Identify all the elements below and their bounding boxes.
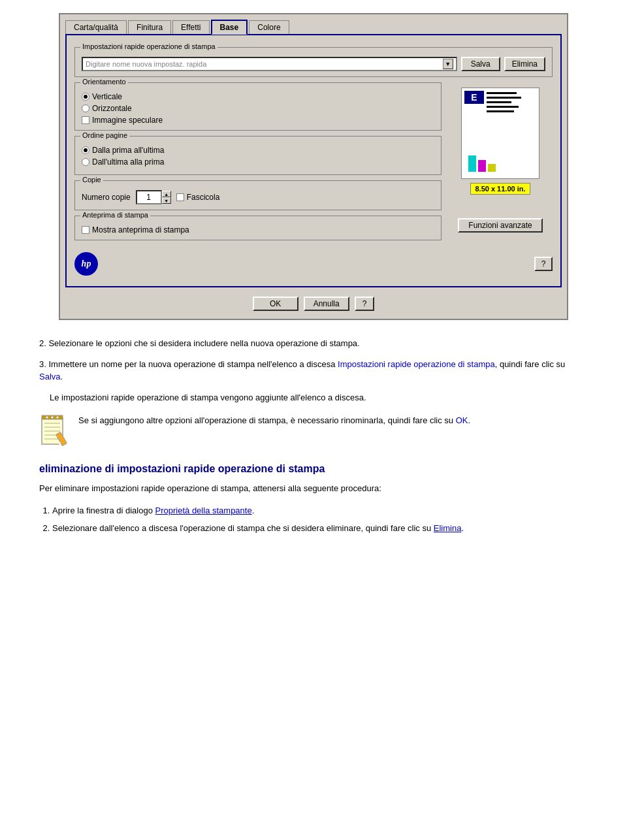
salva-button[interactable]: Salva bbox=[461, 57, 500, 71]
note-icon bbox=[39, 414, 71, 448]
preview-lines bbox=[487, 92, 536, 115]
content-area: 2. Selezionare le opzioni che si desider… bbox=[0, 327, 627, 551]
dialog-panel: Impostazioni rapide operazione di stampa… bbox=[65, 34, 562, 287]
tab-bar: Carta/qualità Finitura Effetti Base Colo… bbox=[65, 20, 562, 34]
step3-content: 3. Immettere un nome per la nuova operaz… bbox=[39, 359, 565, 382]
tab-finitura[interactable]: Finitura bbox=[128, 20, 171, 34]
impostazioni-dropdown[interactable]: Digitare nome nuova impostaz. rapida ▼ bbox=[82, 57, 457, 71]
step3-link: Impostazioni rapide operazione di stampa bbox=[338, 359, 495, 369]
step3-salva-link: Salva bbox=[39, 372, 61, 381]
note-box: Se si aggiungono altre opzioni all'opera… bbox=[39, 414, 588, 448]
radio-prima-ultima-label: Dalla prima all'ultima bbox=[92, 146, 164, 155]
radio-verticale-label: Verticale bbox=[92, 92, 122, 101]
note-text: Se si aggiungono altre opzioni all'opera… bbox=[78, 414, 470, 427]
note-ok-link: OK bbox=[456, 415, 468, 425]
help-button-ok-bar[interactable]: ? bbox=[355, 297, 375, 311]
radio-verticale-row: Verticale bbox=[82, 92, 434, 101]
proprieta-link[interactable]: Proprietà della stampante bbox=[155, 506, 252, 515]
numero-copie-label: Numero copie bbox=[82, 193, 131, 202]
ok-button[interactable]: OK bbox=[253, 297, 298, 311]
group-copie: Copie Numero copie 1 ▲ ▼ bbox=[74, 180, 442, 210]
bar-magenta bbox=[478, 160, 486, 172]
radio-prima-ultima[interactable] bbox=[82, 146, 89, 154]
hp-logo: hp bbox=[74, 252, 98, 276]
bar-cyan bbox=[468, 155, 476, 172]
spin-buttons: ▲ ▼ bbox=[162, 191, 171, 204]
preview-e-icon: E bbox=[464, 91, 484, 104]
radio-prima-ultima-row: Dalla prima all'ultima bbox=[82, 146, 434, 155]
ok-bar: OK Annulla ? bbox=[65, 293, 562, 314]
checkbox-fascicola[interactable] bbox=[176, 193, 184, 201]
list-item-2-text: Selezionare dall'elenco a discesa l'oper… bbox=[52, 523, 464, 533]
size-label: 8.50 x 11.00 in. bbox=[470, 183, 530, 195]
checkbox-anteprima[interactable] bbox=[82, 226, 89, 234]
group-impostazioni-label: Impostazioni rapide operazione di stampa bbox=[80, 42, 217, 50]
group-anteprima-label: Anteprima di stampa bbox=[80, 211, 150, 219]
tab-effetti[interactable]: Effetti bbox=[172, 20, 209, 34]
dropdown-arrow-icon[interactable]: ▼ bbox=[443, 59, 453, 69]
group-anteprima: Anteprima di stampa Mostra anteprima di … bbox=[74, 216, 442, 240]
dialog-screenshot-area: Carta/qualità Finitura Effetti Base Colo… bbox=[0, 0, 627, 327]
step3-text: 3. Immettere un nome per la nuova operaz… bbox=[39, 358, 588, 383]
annulla-button[interactable]: Annulla bbox=[304, 297, 349, 311]
preview-bars bbox=[468, 155, 496, 172]
radio-ultima-prima[interactable] bbox=[82, 158, 89, 166]
step2-content: 2. Selezionare le opzioni che si desider… bbox=[39, 338, 360, 348]
checkbox-fascicola-label: Fascicola bbox=[187, 193, 220, 202]
radio-ultima-prima-row: Dall'ultima alla prima bbox=[82, 157, 434, 167]
section-heading: eliminazione di impostazioni rapide oper… bbox=[39, 461, 588, 477]
checkbox-speculare[interactable] bbox=[82, 116, 89, 124]
group-ordine-pagine: Ordine pagine Dalla prima all'ultima Dal… bbox=[74, 136, 442, 175]
group-impostazioni: Impostazioni rapide operazione di stampa… bbox=[74, 47, 553, 77]
copies-input[interactable]: 1 bbox=[136, 190, 162, 204]
list-item-1: Aprire la finestra di dialogo Proprietà … bbox=[52, 503, 588, 518]
checkbox-speculare-label: Immagine speculare bbox=[92, 116, 163, 125]
tab-base[interactable]: Base bbox=[211, 20, 248, 35]
radio-orizzontale-row: Orizzontale bbox=[82, 104, 434, 113]
radio-verticale[interactable] bbox=[82, 93, 89, 101]
checkbox-fascicola-row: Fascicola bbox=[176, 193, 220, 202]
notepad-icon-svg bbox=[39, 414, 71, 448]
radio-orizzontale-label: Orizzontale bbox=[92, 104, 132, 113]
checkbox-anteprima-row: Mostra anteprima di stampa bbox=[82, 225, 434, 234]
section-body: Per eliminare impostazioni rapide operaz… bbox=[39, 482, 588, 495]
svg-point-11 bbox=[56, 416, 59, 419]
bar-yellow bbox=[488, 164, 496, 172]
copies-spinner: 1 ▲ ▼ bbox=[136, 190, 171, 204]
elimina-link[interactable]: Elimina bbox=[434, 523, 462, 533]
page-preview: E bbox=[461, 88, 539, 179]
tab-colore[interactable]: Colore bbox=[249, 20, 289, 34]
step3-detail: Le impostazioni rapide operazione di sta… bbox=[50, 391, 588, 404]
list-item-1-text: Aprire la finestra di dialogo Proprietà … bbox=[52, 506, 254, 515]
dropdown-placeholder: Digitare nome nuova impostaz. rapida bbox=[86, 60, 206, 68]
tab-carta-qualita[interactable]: Carta/qualità bbox=[65, 20, 127, 34]
dialog-box: Carta/qualità Finitura Effetti Base Colo… bbox=[59, 13, 568, 320]
group-orientamento: Orientamento Verticale Orizzontale bbox=[74, 82, 442, 131]
funzioni-avanzate-button[interactable]: Funzioni avanzate bbox=[458, 218, 543, 233]
radio-ultima-prima-label: Dall'ultima alla prima bbox=[92, 157, 164, 167]
checkbox-speculare-row: Immagine speculare bbox=[82, 116, 434, 125]
group-copie-label: Copie bbox=[80, 176, 103, 184]
elimina-button[interactable]: Elimina bbox=[504, 57, 545, 71]
checkbox-anteprima-label: Mostra anteprima di stampa bbox=[92, 225, 189, 234]
bottom-bar: hp ? bbox=[74, 250, 553, 278]
group-ordine-label: Ordine pagine bbox=[80, 131, 129, 139]
radio-orizzontale[interactable] bbox=[82, 105, 89, 112]
ordered-list: Aprire la finestra di dialogo Proprietà … bbox=[52, 503, 588, 536]
help-button-panel[interactable]: ? bbox=[534, 257, 553, 271]
spin-down-btn[interactable]: ▼ bbox=[162, 197, 171, 204]
note-content: Se si aggiungono altre opzioni all'opera… bbox=[78, 415, 470, 425]
spin-up-btn[interactable]: ▲ bbox=[162, 191, 171, 197]
group-orientamento-label: Orientamento bbox=[80, 78, 128, 86]
step2-text: 2. Selezionare le opzioni che si desider… bbox=[39, 337, 588, 350]
list-item-2: Selezionare dall'elenco a discesa l'oper… bbox=[52, 521, 588, 536]
svg-point-9 bbox=[46, 416, 48, 419]
svg-point-10 bbox=[51, 416, 54, 419]
